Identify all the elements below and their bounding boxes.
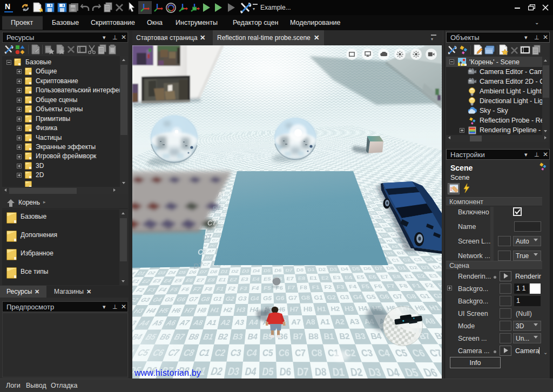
svg-text:★: ★ xyxy=(38,6,43,13)
svg-text:D7: D7 xyxy=(202,233,212,242)
svg-text:C7: C7 xyxy=(197,247,208,257)
svg-text:D7: D7 xyxy=(193,261,204,271)
svg-text:B7: B7 xyxy=(212,204,222,213)
svg-text:C7: C7 xyxy=(207,218,217,227)
svg-text:A7: A7 xyxy=(217,190,226,198)
